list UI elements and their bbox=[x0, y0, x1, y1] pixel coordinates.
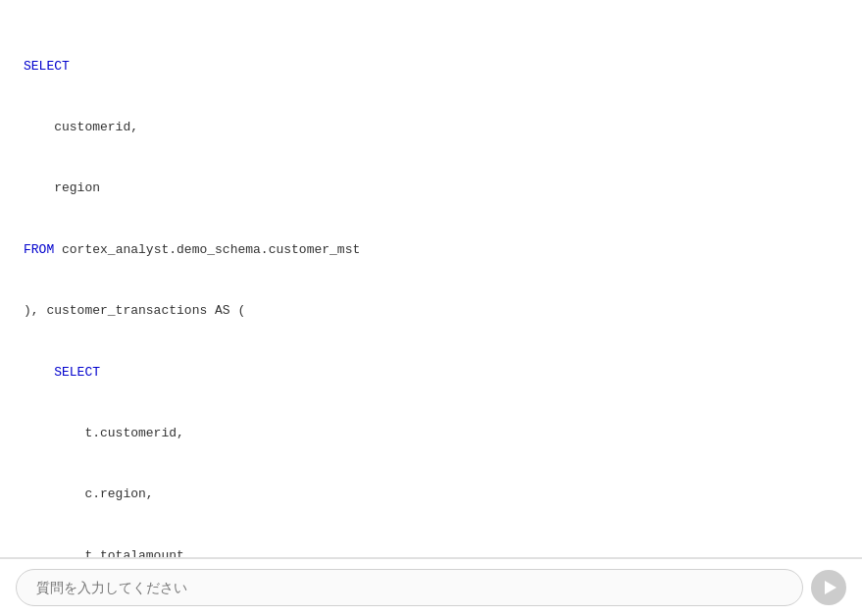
code-plain-5: ), customer_transactions AS ( bbox=[24, 303, 245, 318]
question-input[interactable] bbox=[16, 569, 803, 606]
keyword-from-1: FROM bbox=[24, 242, 54, 257]
code-plain-4: cortex_analyst.demo_schema.customer_mst bbox=[54, 242, 360, 257]
main-content: SELECT customerid, region FROM cortex_an… bbox=[0, 0, 862, 616]
code-indent-6 bbox=[24, 365, 54, 380]
code-line-9: t.totalamount, bbox=[24, 546, 838, 558]
code-line-7: t.customerid, bbox=[24, 424, 838, 444]
code-plain-7: t.customerid, bbox=[24, 426, 184, 440]
input-bar bbox=[0, 558, 862, 616]
keyword-select-2: SELECT bbox=[54, 365, 100, 380]
send-button[interactable] bbox=[811, 570, 846, 605]
code-line-1: SELECT bbox=[24, 57, 838, 77]
code-block: SELECT customerid, region FROM cortex_an… bbox=[0, 16, 862, 558]
code-line-5: ), customer_transactions AS ( bbox=[24, 301, 838, 322]
code-line-8: c.region, bbox=[24, 485, 838, 505]
send-icon bbox=[825, 581, 837, 594]
keyword-select-1: SELECT bbox=[24, 59, 70, 74]
code-plain-2: customerid, bbox=[24, 120, 138, 134]
code-plain-8: c.region, bbox=[24, 487, 154, 501]
code-line-4: FROM cortex_analyst.demo_schema.customer… bbox=[24, 240, 838, 261]
code-panel: SELECT customerid, region FROM cortex_an… bbox=[0, 0, 862, 558]
code-line-6: SELECT bbox=[24, 363, 838, 384]
code-line-2: customerid, bbox=[24, 118, 838, 138]
code-plain-9: t.totalamount, bbox=[24, 548, 192, 558]
code-line-3: region bbox=[24, 179, 838, 199]
code-plain-3: region bbox=[24, 180, 100, 195]
